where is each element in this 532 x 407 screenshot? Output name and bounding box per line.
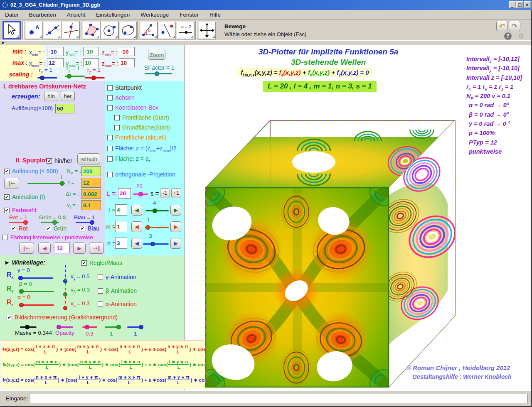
polygon-tool-button[interactable] (82, 21, 101, 39)
point-tool-button[interactable]: A (25, 21, 43, 39)
menu-einstellungen[interactable]: Einstellungen (96, 12, 130, 18)
opacity2-slider[interactable] (105, 326, 120, 328)
slider-tool-button[interactable]: a = 2 (176, 21, 195, 39)
zmin-field[interactable] (119, 47, 135, 56)
gamma-animation-checkbox[interactable] (98, 275, 103, 280)
n-field[interactable] (115, 238, 127, 249)
startpunkt-checkbox[interactable] (107, 85, 113, 91)
rz-slider[interactable] (85, 77, 105, 78)
reflect-tool-button[interactable] (158, 21, 176, 39)
np-field[interactable] (81, 166, 101, 176)
s-minus-button[interactable]: -1 (160, 188, 170, 198)
grundflaeche-start-checkbox[interactable] (114, 125, 120, 130)
panel-splitter[interactable]: ▶ (0, 40, 532, 45)
frontflaeche-aktuell-checkbox[interactable] (107, 135, 113, 140)
ymin-field[interactable] (83, 47, 99, 56)
sfactor-slider[interactable] (145, 73, 172, 74)
vt-field[interactable] (81, 200, 101, 210)
menu-fenster[interactable]: Fenster (180, 12, 199, 18)
m-decrement-button[interactable]: ◀ (131, 221, 142, 232)
menu-bearbeiten[interactable]: Bearbeiten (29, 12, 56, 18)
opacity-slider[interactable] (57, 326, 73, 328)
ymax-field[interactable] (83, 58, 99, 67)
blau-checkbox[interactable] (80, 226, 85, 231)
menu-ansicht[interactable]: Ansicht (67, 12, 85, 18)
minimize-button[interactable]: _ (509, 1, 516, 8)
xmin-field[interactable] (47, 47, 64, 56)
rz-rotation-slider[interactable] (19, 304, 54, 306)
s-plus-button[interactable]: +1 (171, 188, 181, 198)
refresh-button[interactable]: refresh (77, 153, 100, 164)
maximize-button[interactable]: □ (516, 1, 523, 8)
move-graphics-tool-button[interactable] (198, 21, 216, 39)
xmax-field[interactable] (47, 58, 64, 67)
rx-rotation-slider[interactable] (18, 277, 53, 279)
t-reset-button[interactable]: ∥← (4, 178, 19, 189)
bildschirmsteuerung-checkbox[interactable] (7, 315, 12, 320)
regler-maus-checkbox[interactable] (81, 260, 87, 266)
list-first-button[interactable]: ∥← (19, 243, 34, 254)
line-tool-button[interactable] (43, 21, 62, 39)
menu-hilfe[interactable]: Hilfe (209, 12, 221, 18)
m-field[interactable] (115, 221, 127, 232)
resolution100-field[interactable] (55, 104, 74, 113)
flaeche-zmid-checkbox[interactable] (107, 146, 113, 151)
ellipse-tool-button[interactable] (119, 21, 137, 39)
rot-slider[interactable] (9, 222, 27, 223)
dt-field[interactable] (81, 189, 101, 199)
her-button[interactable]: her (61, 91, 75, 101)
rot-checkbox[interactable] (11, 226, 16, 231)
n-increment-button[interactable]: ▶ (170, 238, 181, 249)
blau-slider[interactable] (76, 222, 94, 223)
redo-button[interactable]: ↷ (509, 21, 520, 31)
n-slider[interactable] (143, 243, 169, 245)
frontflaeche-start-checkbox[interactable] (114, 115, 120, 120)
eingabe-input[interactable] (30, 394, 528, 403)
valpha-slider[interactable] (65, 292, 66, 308)
list-next-button[interactable]: ▶ (73, 243, 86, 254)
beta-animation-checkbox[interactable] (98, 288, 103, 294)
list-last-button[interactable]: →∥ (89, 243, 104, 254)
menu-datei[interactable]: Datei (5, 12, 18, 18)
gruen-checkbox[interactable] (46, 226, 51, 231)
t-field[interactable] (81, 178, 101, 188)
koordinaten-box-checkbox[interactable] (107, 105, 113, 110)
orthogonale-projektion-checkbox[interactable] (107, 172, 113, 177)
maske-slider[interactable] (20, 326, 37, 328)
n-decrement-button[interactable]: ◀ (131, 238, 142, 249)
resolution500-checkbox[interactable] (4, 169, 10, 174)
title-bar[interactable]: 02_3_GG4_Chladni_Figuren_3D.ggb (0, 0, 532, 10)
animation-checkbox[interactable] (4, 194, 10, 200)
menu-werkzeuge[interactable]: Werkzeuge (140, 12, 169, 18)
list-prev-button[interactable]: ◀ (38, 243, 51, 254)
ry-slider[interactable] (65, 76, 85, 77)
hin-button[interactable]: hin (44, 91, 58, 101)
flaeche-az-checkbox[interactable] (107, 156, 113, 162)
m-slider[interactable] (145, 227, 169, 228)
chladni-3d-plot[interactable] (189, 112, 480, 390)
close-button[interactable]: × (524, 1, 531, 8)
perpendicular-line-tool-button[interactable] (62, 21, 80, 39)
ry-rotation-slider[interactable] (19, 291, 54, 292)
circle-tool-button[interactable] (101, 21, 119, 39)
m-increment-button[interactable]: ▶ (170, 221, 181, 232)
undo-button[interactable]: ↶ (496, 21, 508, 31)
faerbung-checkbox[interactable] (2, 235, 8, 240)
zmax-field[interactable] (119, 58, 135, 67)
opacity1-slider[interactable] (82, 326, 97, 328)
help-button[interactable]: ? (504, 32, 512, 40)
zoom-button[interactable]: Zoom (148, 50, 165, 60)
l-increment-button[interactable]: ▶ (170, 205, 181, 216)
alpha-animation-checkbox[interactable] (98, 302, 103, 307)
angle-tool-button[interactable]: α (140, 21, 158, 39)
t-slider[interactable] (27, 183, 65, 184)
opacity3-slider[interactable] (127, 326, 142, 328)
L-field[interactable] (118, 188, 131, 199)
rx-slider[interactable] (37, 77, 57, 78)
l-slider[interactable] (145, 210, 169, 211)
farbwahl-checkbox[interactable] (4, 208, 10, 213)
settings-button[interactable]: ⚙ (518, 32, 524, 40)
L-slider[interactable] (133, 194, 148, 195)
counter-field[interactable] (55, 243, 70, 253)
hinher-checkbox[interactable] (47, 158, 52, 164)
